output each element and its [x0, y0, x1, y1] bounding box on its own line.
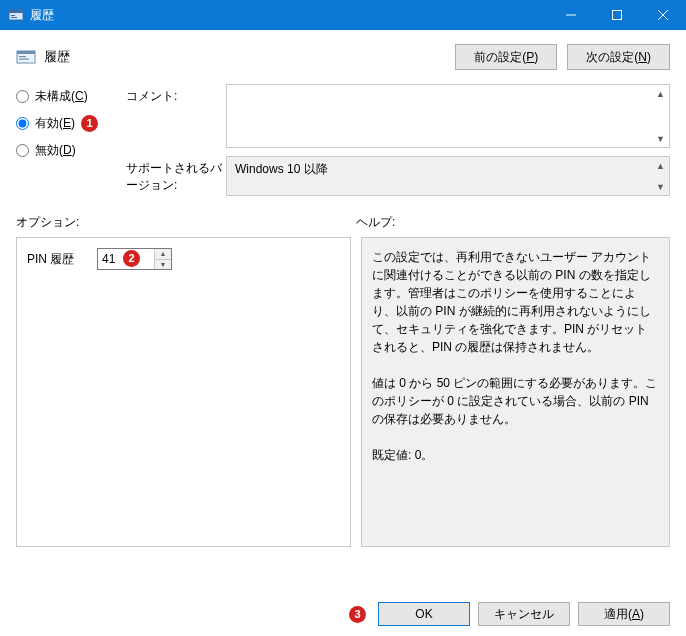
radio-enabled-label: 有効(E) [35, 115, 75, 132]
radio-not-configured[interactable] [16, 90, 29, 103]
policy-header: 履歴 前の設定(P) 次の設定(N) [0, 30, 686, 76]
apply-button-label-prefix: 適用( [604, 606, 632, 623]
ok-button[interactable]: OK [378, 602, 470, 626]
apply-button-label-key: A [632, 607, 640, 621]
help-panel: この設定では、再利用できないユーザー アカウントに関連付けることができる以前の … [361, 237, 670, 547]
pin-history-spinner[interactable]: ▲ ▼ [97, 248, 172, 270]
apply-button-label-suffix: ) [640, 607, 644, 621]
options-section-label: オプション: [16, 214, 356, 231]
comment-value [227, 85, 652, 147]
policy-app-icon [8, 7, 24, 23]
help-section-label: ヘルプ: [356, 214, 670, 231]
radio-not-configured-row[interactable]: 未構成(C) [16, 88, 126, 105]
cancel-button-label: キャンセル [494, 606, 554, 623]
radio-enabled-row[interactable]: 有効(E) 1 [16, 115, 126, 132]
scroll-up-icon: ▲ [652, 157, 669, 174]
ok-button-label: OK [415, 607, 432, 621]
policy-title: 履歴 [44, 48, 70, 66]
close-button[interactable] [640, 0, 686, 30]
svg-rect-1 [9, 10, 23, 13]
scroll-down-icon[interactable]: ▼ [652, 130, 669, 147]
window-title: 履歴 [30, 7, 54, 24]
supported-on-value: Windows 10 以降 [227, 157, 652, 195]
radio-disabled-row[interactable]: 無効(D) [16, 142, 126, 159]
options-panel: PIN 履歴 ▲ ▼ 2 [16, 237, 351, 547]
help-text: この設定では、再利用できないユーザー アカウントに関連付けることができる以前の … [372, 248, 659, 464]
radio-disabled[interactable] [16, 144, 29, 157]
minimize-button[interactable] [548, 0, 594, 30]
radio-not-configured-label: 未構成(C) [35, 88, 88, 105]
next-setting-label-key: N [638, 50, 647, 64]
policy-icon [16, 48, 38, 66]
annotation-badge-3: 3 [349, 606, 366, 623]
next-setting-label-suffix: ) [647, 50, 651, 64]
prev-setting-label-prefix: 前の設定( [474, 49, 526, 66]
supported-on-box: Windows 10 以降 ▲ ▼ [226, 156, 670, 196]
spinner-up-icon[interactable]: ▲ [155, 249, 171, 260]
comment-scroll[interactable]: ▲ ▼ [652, 85, 669, 147]
svg-rect-2 [11, 15, 15, 16]
supported-scroll: ▲ ▼ [652, 157, 669, 195]
maximize-button[interactable] [594, 0, 640, 30]
pin-history-input[interactable] [98, 249, 154, 269]
previous-setting-button[interactable]: 前の設定(P) [455, 44, 557, 70]
comment-label: コメント: [126, 84, 226, 148]
prev-setting-label-key: P [526, 50, 534, 64]
comment-textarea[interactable]: ▲ ▼ [226, 84, 670, 148]
state-radio-group: 未構成(C) 有効(E) 1 無効(D) [16, 84, 126, 204]
cancel-button[interactable]: キャンセル [478, 602, 570, 626]
radio-disabled-label: 無効(D) [35, 142, 76, 159]
prev-setting-label-suffix: ) [534, 50, 538, 64]
svg-rect-4 [613, 11, 622, 20]
svg-rect-7 [19, 56, 26, 57]
scroll-up-icon[interactable]: ▲ [652, 85, 669, 102]
next-setting-label-prefix: 次の設定( [586, 49, 638, 66]
svg-rect-8 [19, 59, 29, 60]
supported-label: サポートされるバージョン: [126, 156, 226, 196]
scroll-down-icon: ▼ [652, 178, 669, 195]
spinner-down-icon[interactable]: ▼ [155, 260, 171, 270]
dialog-footer: 3 OK キャンセル 適用(A) [343, 602, 670, 626]
next-setting-button[interactable]: 次の設定(N) [567, 44, 670, 70]
svg-rect-3 [11, 17, 17, 18]
annotation-badge-1: 1 [81, 115, 98, 132]
apply-button[interactable]: 適用(A) [578, 602, 670, 626]
svg-rect-6 [17, 51, 35, 54]
pin-history-label: PIN 履歴 [27, 251, 97, 268]
titlebar: 履歴 [0, 0, 686, 30]
radio-enabled[interactable] [16, 117, 29, 130]
